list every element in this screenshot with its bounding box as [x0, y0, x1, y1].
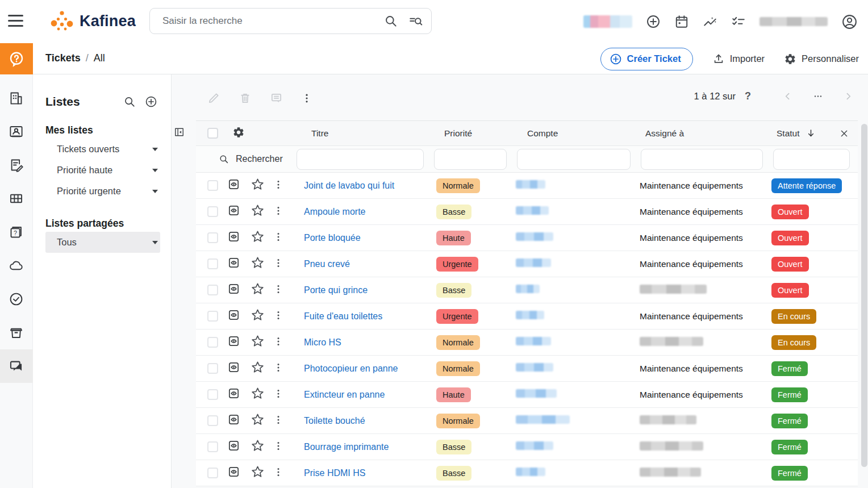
row-menu-icon[interactable] [273, 205, 284, 216]
add-list-icon[interactable] [145, 95, 157, 108]
select-all-checkbox[interactable] [207, 128, 218, 139]
chevron-down-icon[interactable] [152, 169, 158, 172]
ticket-title-link[interactable]: Porte bloquée [304, 233, 361, 243]
more-actions-icon[interactable] [301, 93, 312, 104]
filter-input-priorite[interactable] [434, 149, 507, 170]
row-checkbox[interactable] [207, 232, 218, 243]
table-row[interactable]: Extincteur en panne Haute Maintenance éq… [196, 382, 858, 408]
column-header-priorite[interactable]: Priorité [432, 128, 515, 139]
row-menu-icon[interactable] [273, 283, 284, 295]
more-pages-icon[interactable] [812, 91, 824, 101]
table-row[interactable]: Ampoule morte Basse Maintenance équipeme… [196, 199, 858, 225]
column-header-compte[interactable]: Compte [515, 128, 639, 139]
advanced-search-icon[interactable] [408, 14, 423, 28]
ticket-title-link[interactable]: Fuite d'eau toilettes [304, 311, 382, 321]
app-logo[interactable]: Kafinea [50, 10, 136, 32]
row-menu-icon[interactable] [273, 440, 284, 452]
table-row[interactable]: Porte bloquée Haute Maintenance équipeme… [196, 225, 858, 251]
column-header-statut[interactable]: Statut [777, 128, 800, 139]
customize-button[interactable]: Personnaliser [784, 53, 859, 65]
star-icon[interactable] [251, 465, 265, 479]
row-menu-icon[interactable] [273, 179, 284, 190]
table-row[interactable]: Prise HDMI HS Basse Fermé [196, 460, 858, 486]
chevron-right-icon[interactable] [844, 91, 853, 101]
edit-icon[interactable] [207, 91, 220, 105]
global-search[interactable] [149, 8, 432, 34]
sort-desc-icon[interactable] [806, 128, 816, 138]
preview-eye-icon[interactable] [227, 335, 240, 348]
preview-eye-icon[interactable] [227, 256, 240, 269]
ticket-title-link[interactable]: Toilette bouché [304, 416, 365, 426]
row-menu-icon[interactable] [273, 310, 284, 321]
star-icon[interactable] [251, 412, 265, 427]
list-item-tous[interactable]: Tous [45, 232, 160, 253]
row-checkbox[interactable] [207, 180, 218, 191]
create-ticket-button[interactable]: Créer Ticket [600, 48, 693, 70]
table-row[interactable]: Porte qui grince Basse Ouvert [196, 277, 858, 303]
row-checkbox[interactable] [207, 363, 218, 374]
sidebar-item-products[interactable] [0, 182, 33, 215]
ticket-title-link[interactable]: Ampoule morte [304, 207, 366, 216]
scrollbar-thumb[interactable] [861, 124, 867, 467]
close-icon[interactable] [840, 129, 849, 138]
row-checkbox[interactable] [207, 206, 218, 217]
sidebar-item-companies[interactable] [0, 81, 33, 115]
table-row[interactable]: Bourrage imprimante Basse Fermé [196, 434, 858, 460]
row-checkbox[interactable] [207, 389, 218, 400]
list-item-tickets-ouverts[interactable]: Tickets ouverts [45, 139, 160, 160]
table-row[interactable]: Toilette bouché Normale Fermé [196, 408, 858, 434]
preview-eye-icon[interactable] [227, 465, 240, 478]
collapse-panel-icon[interactable] [174, 127, 185, 137]
preview-eye-icon[interactable] [227, 387, 240, 400]
star-icon[interactable] [251, 282, 265, 296]
search-icon[interactable] [383, 14, 398, 28]
chevron-left-icon[interactable] [783, 91, 792, 101]
preview-eye-icon[interactable] [227, 308, 240, 322]
row-checkbox[interactable] [207, 441, 218, 452]
add-circle-icon[interactable] [646, 14, 661, 29]
star-icon[interactable] [251, 386, 265, 401]
filter-search[interactable]: Rechercher [196, 154, 294, 164]
sidebar-item-help[interactable] [0, 43, 33, 74]
ticket-title-link[interactable]: Pneu crevé [304, 259, 350, 269]
ticket-title-link[interactable]: Photocopieur en panne [304, 364, 398, 373]
ticket-title-link[interactable]: Bourrage imprimante [304, 442, 389, 452]
column-settings-gear-icon[interactable] [232, 126, 245, 139]
preview-eye-icon[interactable] [227, 230, 240, 243]
row-menu-icon[interactable] [273, 362, 284, 373]
sidebar-item-approvals[interactable] [0, 282, 33, 316]
preview-eye-icon[interactable] [227, 282, 240, 295]
ticket-title-link[interactable]: Prise HDMI HS [304, 468, 365, 478]
sidebar-item-contacts[interactable] [0, 115, 33, 148]
chevron-down-icon[interactable] [152, 241, 158, 244]
breadcrumb-root[interactable]: Tickets [45, 52, 81, 64]
row-checkbox[interactable] [207, 311, 218, 322]
preview-eye-icon[interactable] [227, 413, 240, 426]
sidebar-item-quotes[interactable] [0, 148, 33, 182]
filter-input-compte[interactable] [517, 149, 631, 170]
ticket-title-link[interactable]: Micro HS [304, 337, 341, 347]
sidebar-item-archive[interactable] [0, 316, 33, 349]
import-button[interactable]: Importer [712, 53, 765, 65]
menu-icon[interactable] [8, 15, 23, 27]
filter-input-titre[interactable] [297, 149, 424, 170]
delete-icon[interactable] [239, 91, 252, 105]
table-row[interactable]: Micro HS Normale En cours [196, 329, 858, 356]
row-checkbox[interactable] [207, 415, 218, 426]
row-menu-icon[interactable] [273, 414, 284, 426]
sidebar-item-cloud[interactable] [0, 249, 33, 282]
row-menu-icon[interactable] [273, 257, 284, 269]
chevron-down-icon[interactable] [152, 148, 158, 151]
row-checkbox[interactable] [207, 258, 218, 269]
star-icon[interactable] [251, 230, 265, 244]
row-menu-icon[interactable] [273, 466, 284, 478]
star-icon[interactable] [251, 360, 265, 374]
pagination-help[interactable]: ? [745, 90, 751, 102]
star-icon[interactable] [251, 334, 265, 348]
table-row[interactable]: Photocopieur en panne Normale Maintenanc… [196, 356, 858, 382]
preview-eye-icon[interactable] [227, 361, 240, 374]
preview-eye-icon[interactable] [227, 178, 240, 191]
row-menu-icon[interactable] [273, 231, 284, 243]
comment-icon[interactable] [270, 91, 283, 105]
ticket-title-link[interactable]: Joint de lavabo qui fuit [304, 181, 394, 190]
